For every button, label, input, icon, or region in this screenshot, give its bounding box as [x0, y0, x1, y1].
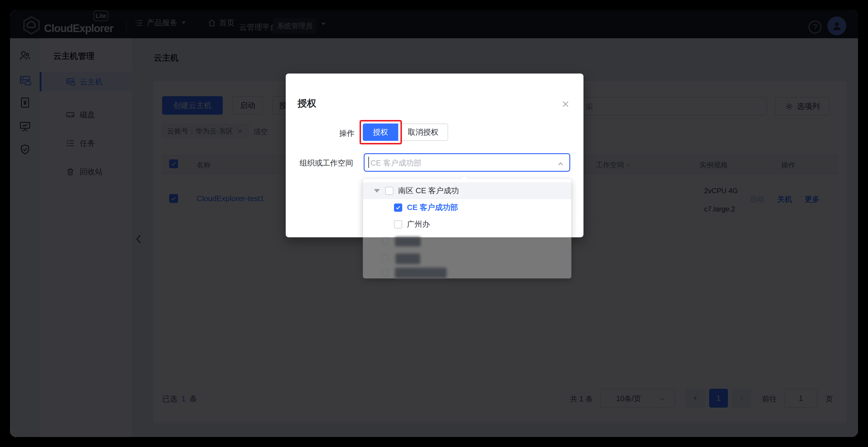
- tree-node-parent[interactable]: 南区 CE 客户成功: [363, 182, 571, 199]
- tree-node-child-selected[interactable]: CE 客户成功部: [363, 199, 571, 216]
- combobox-value: CE 客户成功部: [370, 158, 421, 168]
- redacted-checkbox: [382, 254, 389, 261]
- segment-unauthorize[interactable]: 取消授权: [398, 124, 448, 141]
- tree-expand-caret-icon[interactable]: [374, 189, 380, 193]
- check-icon: [395, 205, 401, 211]
- tree-checkbox-checked[interactable]: [394, 203, 402, 212]
- text-cursor: [368, 157, 369, 168]
- redacted-tree-item: [395, 237, 421, 247]
- tree-checkbox-parent[interactable]: [385, 187, 393, 195]
- dropdown-dim-patch: [363, 237, 571, 279]
- redacted-checkbox: [382, 237, 389, 245]
- redacted-checkbox: [382, 269, 389, 276]
- tree-node-label: CE 客户成功部: [407, 202, 458, 213]
- chevron-up-icon: [556, 160, 565, 168]
- redacted-tree-item: [395, 267, 447, 278]
- tree-checkbox[interactable]: [394, 220, 402, 228]
- dialog-title: 授权: [298, 97, 316, 110]
- org-workspace-combobox[interactable]: CE 客户成功部: [364, 153, 570, 172]
- tree-node-label: 广州办: [407, 219, 430, 229]
- operation-label: 操作: [290, 128, 354, 138]
- redacted-tree-item: [396, 254, 420, 264]
- org-workspace-label: 组织或工作空间: [288, 158, 353, 168]
- tree-node-label: 南区 CE 客户成功: [398, 186, 459, 196]
- dialog-close-icon[interactable]: [561, 99, 570, 109]
- annotation-highlight-box: [360, 120, 402, 145]
- tree-node-child[interactable]: 广州办: [363, 216, 571, 233]
- app-window: CloudExplorer Lite 产品服务 首页 云管理平台: [10, 10, 858, 437]
